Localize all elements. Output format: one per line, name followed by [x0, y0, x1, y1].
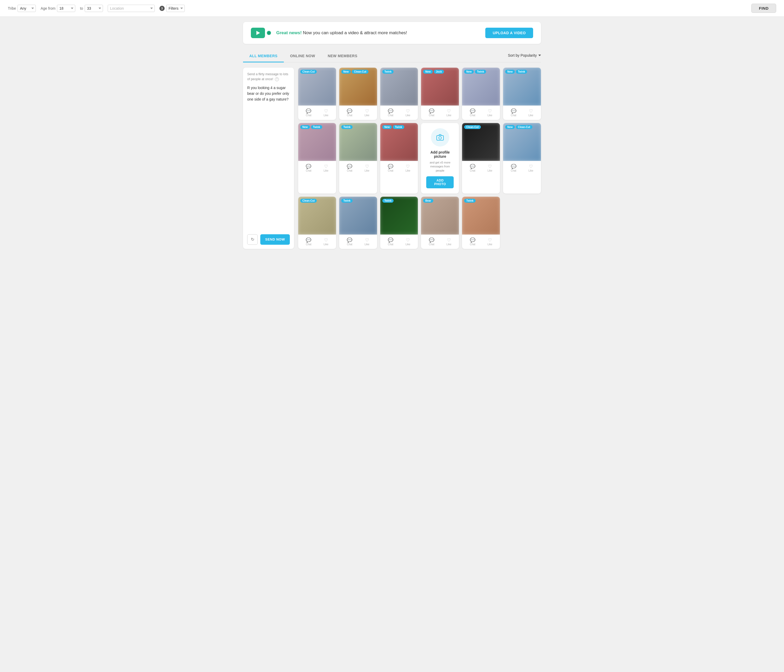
heart-icon: ♡ — [365, 164, 369, 169]
member-card: Clean-Cut 💬 Chat ♡ Like — [298, 197, 336, 249]
chat-button[interactable]: 💬 Chat — [385, 163, 396, 173]
upload-video-button[interactable]: UPLOAD A VIDEO — [485, 28, 533, 38]
like-button[interactable]: ♡ Like — [403, 108, 413, 118]
like-button[interactable]: ♡ Like — [485, 108, 495, 118]
add-photo-subtitle: and get x5 more messages from people — [426, 161, 454, 173]
svg-rect-0 — [437, 135, 443, 140]
chat-button[interactable]: 💬 Chat — [508, 108, 519, 118]
card-photo[interactable]: New Jock — [421, 68, 459, 106]
like-button[interactable]: ♡ Like — [362, 163, 372, 173]
chat-button[interactable]: 💬 Chat — [467, 237, 478, 247]
chat-button[interactable]: 💬 Chat — [467, 108, 478, 118]
age-from-select[interactable]: 18 — [57, 5, 75, 12]
card-actions: 💬 Chat ♡ Like — [298, 234, 336, 249]
chat-button[interactable]: 💬 Chat — [303, 237, 314, 247]
tribe-tag: Clean-Cut — [464, 125, 481, 129]
like-button[interactable]: ♡ Like — [321, 108, 331, 118]
member-card: Bear 💬 Chat ♡ Like — [421, 197, 459, 249]
question-icon[interactable]: ? — [275, 77, 279, 81]
add-photo-button[interactable]: ADD PHOTO — [426, 176, 454, 188]
card-photo[interactable]: Clean-Cut — [298, 197, 336, 234]
like-button[interactable]: ♡ Like — [321, 163, 331, 173]
tab-all-members[interactable]: ALL MEMBERS — [243, 51, 284, 62]
chat-button[interactable]: 💬 Chat — [426, 237, 437, 247]
new-tag: New — [505, 125, 515, 129]
heart-icon: ♡ — [447, 238, 451, 242]
card-photo[interactable]: Bear — [421, 197, 459, 234]
card-photo[interactable]: Twink — [380, 68, 418, 106]
location-select[interactable]: Location — [108, 5, 155, 12]
chat-button[interactable]: 💬 Chat — [344, 163, 355, 173]
chat-button[interactable]: 💬 Chat — [303, 108, 314, 118]
card-tags: New Twink — [505, 70, 527, 74]
card-photo[interactable]: Twink — [380, 197, 418, 234]
card-photo[interactable]: Twink — [462, 197, 500, 234]
svg-point-1 — [439, 137, 442, 139]
tribe-select[interactable]: Any — [17, 5, 36, 12]
like-button[interactable]: ♡ Like — [526, 163, 536, 173]
like-button[interactable]: ♡ Like — [362, 108, 372, 118]
tribe-tag: Twink — [464, 199, 476, 203]
video-play-icon — [251, 28, 265, 38]
like-button[interactable]: ♡ Like — [403, 237, 413, 247]
chat-button[interactable]: 💬 Chat — [385, 237, 396, 247]
filter-bar: Tribe Any Age from 18 to 33 Location 3 F… — [0, 0, 784, 17]
card-photo[interactable]: New Clean-Cut — [503, 123, 541, 161]
card-photo[interactable]: Twink — [339, 197, 377, 234]
card-photo[interactable]: New Twink — [503, 68, 541, 106]
chat-icon: 💬 — [511, 109, 516, 113]
refresh-button[interactable]: ↻ — [247, 234, 258, 245]
chat-button[interactable]: 💬 Chat — [303, 163, 314, 173]
card-photo[interactable]: Clean-Cut — [462, 123, 500, 161]
like-button[interactable]: ♡ Like — [526, 108, 536, 118]
card-actions: 💬 Chat ♡ Like — [462, 106, 500, 120]
age-from-filter: Age from 18 — [40, 5, 75, 12]
chat-icon: 💬 — [388, 238, 393, 242]
add-photo-card: Add profile picture and get x5 more mess… — [421, 123, 459, 194]
chat-button[interactable]: 💬 Chat — [344, 108, 355, 118]
like-button[interactable]: ♡ Like — [485, 237, 495, 247]
tab-new-members[interactable]: NEW MEMBERS — [322, 51, 364, 62]
flirt-message: R you looking 4 a sugar bear or do you p… — [247, 85, 290, 102]
like-button[interactable]: ♡ Like — [444, 108, 454, 118]
like-button[interactable]: ♡ Like — [485, 163, 495, 173]
member-card: Twink 💬 Chat ♡ Like — [339, 197, 377, 249]
tribe-tag: Twink — [516, 70, 527, 74]
banner-text: Great news! Now you can upload a video &… — [276, 30, 480, 36]
heart-icon: ♡ — [365, 238, 369, 242]
chat-button[interactable]: 💬 Chat — [426, 108, 437, 118]
card-photo[interactable]: New Twink — [380, 123, 418, 161]
member-card: Twink 💬 Chat ♡ Like — [380, 197, 418, 249]
heart-icon: ♡ — [324, 164, 328, 169]
location-filter: Location — [108, 5, 155, 12]
card-tags: Clean-Cut — [300, 70, 317, 74]
chat-button[interactable]: 💬 Chat — [508, 163, 519, 173]
card-photo[interactable]: New Clean-Cut — [339, 68, 377, 106]
card-photo[interactable]: Twink — [339, 123, 377, 161]
flirt-hint: Send a flirty message to lots of people … — [247, 72, 290, 82]
card-actions: 💬 Chat ♡ Like — [421, 234, 459, 249]
chat-icon: 💬 — [470, 109, 475, 113]
find-button[interactable]: FIND — [751, 4, 776, 13]
card-photo[interactable]: New Twink — [298, 123, 336, 161]
filters-select[interactable]: Filters — [166, 5, 185, 12]
member-card: Twink 💬 Chat ♡ Like — [462, 197, 500, 249]
like-button[interactable]: ♡ Like — [321, 237, 331, 247]
chat-icon: 💬 — [306, 238, 311, 242]
age-to-select[interactable]: 33 — [85, 5, 103, 12]
chat-button[interactable]: 💬 Chat — [467, 163, 478, 173]
send-now-button[interactable]: SEND NOW — [260, 234, 290, 245]
like-button[interactable]: ♡ Like — [444, 237, 454, 247]
sort-dropdown[interactable]: Sort by Popularity — [508, 53, 541, 60]
like-button[interactable]: ♡ Like — [403, 163, 413, 173]
card-photo[interactable]: Clean-Cut — [298, 68, 336, 106]
tab-online-now[interactable]: ONLINE NOW — [284, 51, 322, 62]
card-actions: 💬 Chat ♡ Like — [421, 106, 459, 120]
card-photo[interactable]: New Twink — [462, 68, 500, 106]
banner-rest: Now you can upload a video & attract mor… — [303, 30, 407, 35]
like-button[interactable]: ♡ Like — [362, 237, 372, 247]
chat-button[interactable]: 💬 Chat — [385, 108, 396, 118]
chat-button[interactable]: 💬 Chat — [344, 237, 355, 247]
card-actions: 💬 Chat ♡ Like — [339, 161, 377, 175]
card-actions: 💬 Chat ♡ Like — [298, 106, 336, 120]
